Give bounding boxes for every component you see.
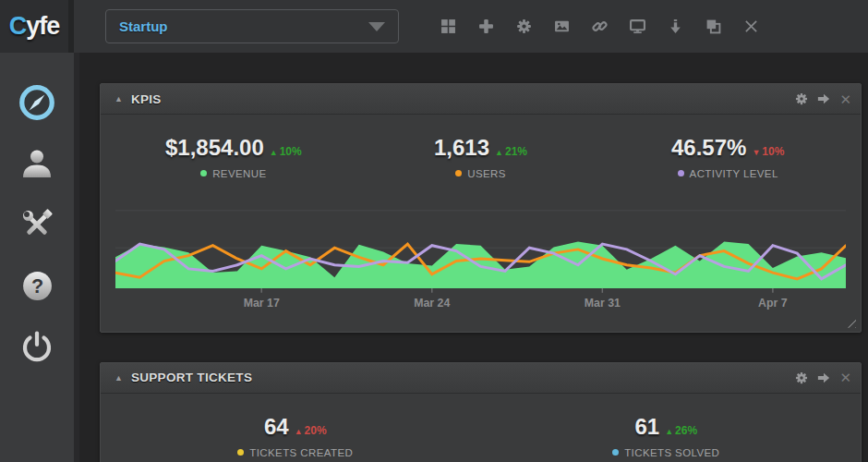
add-widget-icon[interactable] bbox=[474, 15, 498, 39]
close-icon[interactable]: ✕ bbox=[839, 371, 851, 384]
kpi-value: 1,613 bbox=[434, 135, 489, 160]
tickets-kpi-row: 64▲20% TICKETS CREATED 61▲26% TICKETS SO… bbox=[101, 394, 861, 462]
series-dot bbox=[200, 170, 207, 176]
widget-support-tickets: ▲ SUPPORT TICKETS ✕ 64▲20% TICKETS CREAT… bbox=[100, 362, 862, 462]
topbar: Cyfe Startup bbox=[0, 0, 868, 53]
chevron-down-icon bbox=[368, 22, 385, 31]
collapse-icon[interactable]: ▲ bbox=[115, 94, 123, 103]
move-icon[interactable] bbox=[817, 371, 830, 384]
series-dot bbox=[455, 170, 462, 176]
series-dot bbox=[612, 449, 619, 456]
trend-down-icon: ▼ bbox=[752, 148, 760, 157]
dashboard-select[interactable]: Startup bbox=[105, 9, 399, 43]
grid-icon[interactable] bbox=[436, 15, 460, 39]
logo-box: Cyfe bbox=[0, 0, 74, 53]
logo-letter-c: C bbox=[9, 12, 27, 40]
widget-kpis: ▲ KPIS ✕ $1,854.00▲10% REVENUE bbox=[100, 83, 862, 333]
dashboard-select-value: Startup bbox=[119, 18, 168, 34]
kpis-widget-header: ▲ KPIS ✕ bbox=[101, 84, 861, 115]
kpi-value: $1,854.00 bbox=[165, 135, 264, 160]
kpi-label: TICKETS SOLVED bbox=[481, 447, 852, 458]
sidebar-item-logout[interactable] bbox=[17, 330, 57, 367]
svg-text:Mar 31: Mar 31 bbox=[585, 297, 621, 310]
kpi-delta: ▼10% bbox=[752, 145, 784, 158]
kpi-label: TICKETS CREATED bbox=[110, 447, 481, 458]
widget-footer bbox=[101, 313, 861, 332]
kpi-label: REVENUE bbox=[110, 168, 357, 179]
sidebar: ? bbox=[0, 53, 79, 462]
display-icon[interactable] bbox=[625, 15, 649, 39]
cyfe-logo[interactable]: Cyfe bbox=[9, 12, 60, 41]
svg-text:?: ? bbox=[30, 274, 42, 298]
kpi-delta: ▲20% bbox=[295, 424, 327, 437]
resize-handle[interactable] bbox=[844, 316, 856, 328]
move-icon[interactable] bbox=[817, 92, 830, 105]
svg-text:Apr 7: Apr 7 bbox=[758, 297, 788, 310]
trend-up-icon: ▲ bbox=[495, 148, 503, 157]
dashboard-content: ▲ KPIS ✕ $1,854.00▲10% REVENUE bbox=[79, 53, 868, 462]
settings-icon[interactable] bbox=[512, 15, 536, 39]
kpi-value: 64 bbox=[264, 414, 289, 439]
kpi-label: ACTIVITY LEVEL bbox=[604, 168, 851, 179]
settings-icon[interactable] bbox=[795, 371, 808, 384]
sidebar-item-tools[interactable] bbox=[17, 208, 57, 245]
trend-up-icon: ▲ bbox=[270, 148, 278, 157]
download-icon[interactable] bbox=[663, 15, 687, 39]
close-icon[interactable] bbox=[739, 15, 763, 39]
trend-up-icon: ▲ bbox=[665, 427, 673, 436]
close-icon[interactable]: ✕ bbox=[839, 92, 851, 106]
trend-up-icon: ▲ bbox=[295, 427, 303, 436]
collapse-icon[interactable]: ▲ bbox=[115, 373, 123, 383]
svg-text:Mar 24: Mar 24 bbox=[414, 297, 450, 310]
series-dot bbox=[237, 449, 244, 456]
widget-title: KPIS bbox=[131, 92, 162, 106]
tickets-widget-header: ▲ SUPPORT TICKETS ✕ bbox=[101, 363, 861, 394]
power-icon bbox=[20, 330, 54, 367]
compass-icon bbox=[18, 83, 56, 126]
link-icon[interactable] bbox=[587, 15, 611, 39]
sidebar-item-account[interactable] bbox=[17, 147, 57, 184]
kpi-chart-area: Mar 17Mar 24Mar 31Apr 7 bbox=[101, 179, 861, 313]
kpi-tickets-solved: 61▲26% TICKETS SOLVED bbox=[481, 414, 852, 458]
widget-actions: ✕ bbox=[795, 92, 851, 106]
kpi-label: USERS bbox=[357, 168, 605, 179]
kpi-chart[interactable]: Mar 17Mar 24Mar 31Apr 7 bbox=[115, 201, 846, 313]
kpi-value: 46.57% bbox=[671, 135, 746, 160]
tools-icon bbox=[18, 206, 55, 247]
logo-rest: yfe bbox=[26, 12, 59, 40]
kpi-delta: ▲26% bbox=[665, 424, 697, 437]
topbar-toolbar bbox=[436, 15, 763, 39]
widget-actions: ✕ bbox=[795, 371, 851, 384]
kpi-delta: ▲21% bbox=[495, 145, 527, 158]
kpi-users: 1,613▲21% USERS bbox=[357, 135, 605, 179]
kpi-delta: ▲10% bbox=[270, 145, 302, 158]
layers-icon[interactable] bbox=[701, 15, 725, 39]
svg-text:Mar 17: Mar 17 bbox=[244, 297, 280, 310]
help-icon: ? bbox=[20, 269, 54, 307]
series-dot bbox=[678, 170, 684, 176]
image-icon[interactable] bbox=[549, 15, 573, 39]
widget-title: SUPPORT TICKETS bbox=[131, 371, 252, 384]
sidebar-item-help[interactable]: ? bbox=[17, 269, 57, 306]
kpi-value: 61 bbox=[634, 414, 659, 439]
kpi-activity-level: 46.57%▼10% ACTIVITY LEVEL bbox=[604, 135, 851, 179]
kpi-row: $1,854.00▲10% REVENUE 1,613▲21% USERS 46… bbox=[101, 115, 861, 179]
kpi-tickets-created: 64▲20% TICKETS CREATED bbox=[110, 414, 481, 458]
settings-icon[interactable] bbox=[795, 92, 808, 105]
sidebar-item-dashboards[interactable] bbox=[17, 86, 57, 123]
kpi-revenue: $1,854.00▲10% REVENUE bbox=[110, 135, 357, 179]
user-icon bbox=[19, 146, 54, 185]
